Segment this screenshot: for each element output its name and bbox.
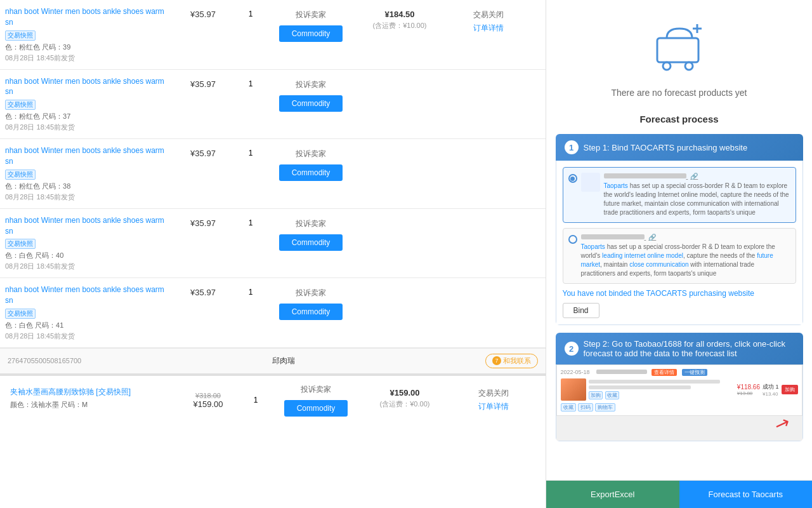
order-id: 2764705500508165700 xyxy=(8,357,81,364)
new-total-price: ¥159.00 xyxy=(360,388,449,398)
left-panel: nhan boot Winter men boots ankle shoes w… xyxy=(0,0,546,508)
order-actions-1 xyxy=(444,76,533,79)
order-total-3 xyxy=(355,215,444,218)
step2-title: Step 2: Go to Taobao/1688 for all orders… xyxy=(584,339,794,358)
commodity-button-1[interactable]: Commodity xyxy=(279,95,343,112)
item-color-2: 色：粉红色 尺码：38 xyxy=(5,182,166,191)
total-shipping-0: (含运费：¥10.00) xyxy=(355,21,444,30)
item-link-2[interactable]: nhan boot Winter men boots ankle shoes w… xyxy=(5,146,164,166)
item-title-1: nhan boot Winter men boots ankle shoes w… xyxy=(5,76,166,98)
radio-option-2[interactable] xyxy=(568,235,577,244)
website-option-1[interactable]: 🔗 Taoparts has set up a special cross-bo… xyxy=(563,167,796,223)
delivery-time-0: 08月28日 18:45前发货 xyxy=(5,53,166,63)
website-url-2: 🔗 xyxy=(581,234,790,241)
new-order-actions: 交易关闭 订单详情 xyxy=(449,385,538,412)
commodity-button-3[interactable]: Commodity xyxy=(279,234,343,251)
item-price-4: ¥35.97 xyxy=(171,284,235,297)
commodity-button-0[interactable]: Commodity xyxy=(279,25,343,42)
item-title-0: nhan boot Winter men boots ankle shoes w… xyxy=(5,6,166,28)
mock-add-button[interactable]: 加购 xyxy=(782,385,798,394)
mock-date: 2022-05-18 查看详情 一键预测 xyxy=(561,369,798,376)
item-seller-1: 投诉卖家 Commodity xyxy=(266,76,355,112)
item-price-1: ¥35.97 xyxy=(171,76,235,89)
item-qty-0: 1 xyxy=(235,6,266,18)
order-row: nhan boot Winter men boots ankle shoes w… xyxy=(0,70,546,140)
new-status: 交易关闭 xyxy=(449,388,538,399)
new-order-detail-link[interactable]: 订单详情 xyxy=(478,402,509,411)
item-qty-4: 1 xyxy=(235,284,266,297)
item-qty-1: 1 xyxy=(235,76,266,88)
new-original-price: ¥318.00 xyxy=(176,392,240,399)
new-order-total: ¥159.00 (含运费：¥0.00) xyxy=(360,385,449,413)
new-order-row: 夹袖水墨画高腰别致惊驰 [交易快照] 颜色：浅袖水墨 尺码：M ¥318.00 … xyxy=(0,375,546,422)
item-qty-3: 1 xyxy=(235,215,266,227)
mock-product-image xyxy=(561,378,586,401)
item-seller-2: 投诉卖家 Commodity xyxy=(266,145,355,181)
step2-image: 2022-05-18 查看详情 一键预测 xyxy=(556,364,802,441)
export-excel-button[interactable]: ExportExcel xyxy=(546,481,679,508)
step1-title: Step 1: Bind TAOCARTS purchasing website xyxy=(584,143,748,152)
svg-rect-0 xyxy=(657,38,698,62)
item-link-3[interactable]: nhan boot Winter men boots ankle shoes w… xyxy=(5,216,164,236)
item-price-2: ¥35.97 xyxy=(171,145,235,158)
radio-option-1[interactable] xyxy=(568,174,577,183)
new-total-shipping: (含运费：¥0.00) xyxy=(360,399,449,409)
seller-label-3: 投诉卖家 xyxy=(266,218,355,229)
website-text-1: 🔗 Taoparts has set up a special cross-bo… xyxy=(604,173,790,217)
svg-point-2 xyxy=(685,62,693,70)
total-price-0: ¥184.50 xyxy=(355,10,444,19)
right-panel: There are no forecast products yet Forec… xyxy=(546,0,812,508)
order-row: nhan boot Winter men boots ankle shoes w… xyxy=(0,209,546,279)
logistics-tag-2: 交易快照 xyxy=(5,170,36,180)
logistics-tag-4: 交易快照 xyxy=(5,309,36,319)
website-text-2: 🔗 Taoparts has set up a special cross-bo… xyxy=(581,234,790,278)
step1-number: 1 xyxy=(565,140,579,154)
step1-header: 1 Step 1: Bind TAOCARTS purchasing websi… xyxy=(556,134,803,161)
step2-card: 2 Step 2: Go to Taobao/1688 for all orde… xyxy=(556,333,803,441)
delivery-time-2: 08月28日 18:45前发货 xyxy=(5,192,166,202)
new-item-props: 颜色：浅袖水墨 尺码：M xyxy=(10,400,171,410)
order-row: nhan boot Winter men boots ankle shoes w… xyxy=(0,278,546,348)
step1-card: 1 Step 1: Bind TAOCARTS purchasing websi… xyxy=(556,134,803,325)
item-seller-0: 投诉卖家 Commodity xyxy=(266,6,355,42)
order-actions-0: 交易关闭订单详情 xyxy=(444,6,533,34)
no-forecast-text: There are no forecast products yet xyxy=(612,88,747,98)
new-commodity-button[interactable]: Commodity xyxy=(284,400,348,417)
contact-button[interactable]: 7 和我联系 xyxy=(485,354,538,368)
mock-prices: ¥118.66 ¥13.80 xyxy=(737,384,760,396)
not-bound-text: You have not binded the TAOCARTS purchas… xyxy=(563,289,796,298)
svg-point-1 xyxy=(663,62,671,70)
bind-button[interactable]: Bind xyxy=(563,303,599,318)
seller-name: 邱肉瑞 xyxy=(272,356,295,366)
mock-product-row: 加购 收藏 ¥118.66 ¥13.80 成功 1 ¥13.40 xyxy=(561,378,798,401)
step2-number: 2 xyxy=(565,342,579,356)
item-link-1[interactable]: nhan boot Winter men boots ankle shoes w… xyxy=(5,77,164,97)
detail-link-0[interactable]: 订单详情 xyxy=(473,23,504,32)
website-logo-1 xyxy=(581,173,600,192)
commodity-button-2[interactable]: Commodity xyxy=(279,164,343,181)
mock-taobao: 2022-05-18 查看详情 一键预测 xyxy=(556,364,802,416)
order-total-1 xyxy=(355,76,444,79)
website-option-2[interactable]: 🔗 Taoparts has set up a special cross-bo… xyxy=(563,228,796,284)
item-price-0: ¥35.97 xyxy=(171,6,235,19)
website-desc-1: Taoparts has set up a special cross-bord… xyxy=(604,182,790,217)
website-desc-2: Taoparts has set up a special cross-bord… xyxy=(581,243,790,278)
item-link-0[interactable]: nhan boot Winter men boots ankle shoes w… xyxy=(5,7,164,27)
order-total-2 xyxy=(355,145,444,149)
new-seller: 投诉卖家 Commodity xyxy=(272,381,360,417)
new-item-link[interactable]: 夹袖水墨画高腰别致惊驰 [交易快照] xyxy=(10,387,131,396)
mock-product-details: 加购 收藏 xyxy=(589,380,735,399)
contact-count-badge: 7 xyxy=(492,356,501,365)
status-text-0: 交易关闭 xyxy=(444,10,533,20)
order-row: nhan boot Winter men boots ankle shoes w… xyxy=(0,0,546,70)
seller-label-4: 投诉卖家 xyxy=(266,288,355,298)
forecast-taocarts-button[interactable]: Forecast to Taocarts xyxy=(679,481,813,508)
commodity-button-4[interactable]: Commodity xyxy=(279,304,343,320)
item-link-4[interactable]: nhan boot Winter men boots ankle shoes w… xyxy=(5,285,164,305)
website-url-1: 🔗 xyxy=(604,173,790,180)
cart-icon xyxy=(648,19,711,76)
order-actions-4 xyxy=(444,284,533,288)
new-price: ¥159.00 xyxy=(176,399,240,409)
mock-add-btn-container: 加购 xyxy=(782,385,798,394)
item-seller-4: 投诉卖家 Commodity xyxy=(266,284,355,320)
